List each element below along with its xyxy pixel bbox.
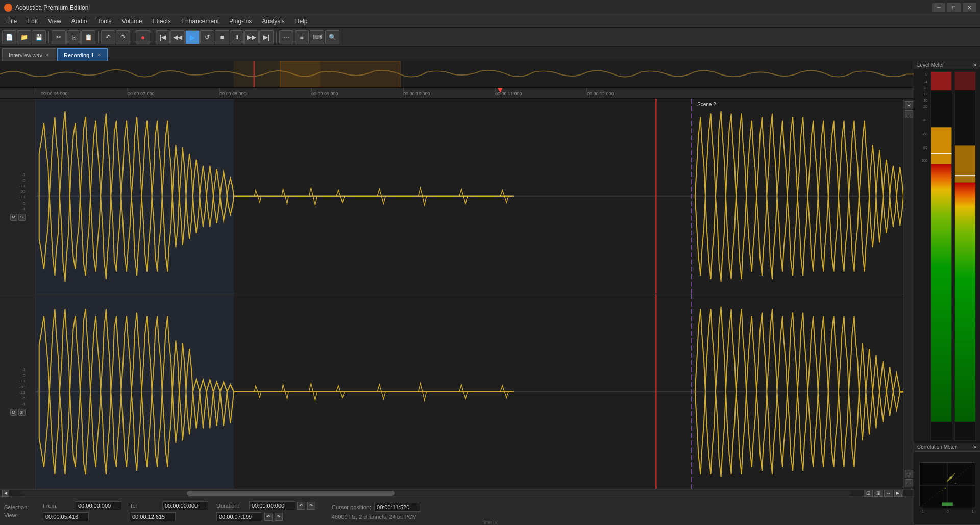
track1-mute[interactable]: M bbox=[10, 214, 17, 221]
app-title: Acoustica Premium Edition bbox=[15, 4, 932, 11]
redo-button[interactable]: ↷ bbox=[116, 30, 130, 44]
sep-1 bbox=[48, 31, 49, 43]
menu-file[interactable]: File bbox=[2, 15, 22, 27]
cursor-input[interactable] bbox=[374, 503, 420, 512]
menu-view[interactable]: View bbox=[43, 15, 66, 27]
save-button[interactable]: 💾 bbox=[32, 30, 46, 44]
corr-label-1: 1 bbox=[972, 509, 974, 514]
menu-volume[interactable]: Volume bbox=[117, 15, 148, 27]
track-2[interactable] bbox=[36, 294, 903, 490]
stop-button[interactable]: ■ bbox=[215, 30, 229, 44]
menu-enhancement[interactable]: Enhancement bbox=[176, 15, 224, 27]
tab-recording-close[interactable]: ✕ bbox=[97, 52, 101, 58]
cut-button[interactable]: ✂ bbox=[52, 30, 66, 44]
correlation-close[interactable]: ✕ bbox=[973, 444, 977, 450]
correlation-svg bbox=[920, 463, 975, 508]
zoom-all-button[interactable]: ⊡ bbox=[864, 490, 873, 497]
correlation-display bbox=[919, 462, 975, 508]
right-meter-svg bbox=[955, 72, 976, 440]
paste-button[interactable]: 📋 bbox=[81, 30, 95, 44]
go-end-button[interactable]: ▶| bbox=[259, 30, 274, 44]
tab-interview[interactable]: Interview.wav ✕ bbox=[2, 48, 56, 61]
search-button[interactable]: 🔍 bbox=[325, 30, 339, 44]
tab-recording[interactable]: Recording 1 ✕ bbox=[57, 48, 108, 61]
menu-effects[interactable]: Effects bbox=[148, 15, 176, 27]
scroll-thumb[interactable] bbox=[187, 491, 395, 496]
view-start-input[interactable] bbox=[43, 512, 89, 521]
right-panels: Level Meter ✕ 0 -4 -8 -12 -16 -20 -40 -6… bbox=[914, 61, 980, 525]
redo-sel-button[interactable]: ↷ bbox=[307, 502, 315, 510]
tab-interview-close[interactable]: ✕ bbox=[45, 52, 50, 58]
mix-button[interactable]: ⋯ bbox=[279, 30, 293, 44]
rewind-button[interactable]: ◀◀ bbox=[170, 30, 185, 44]
svg-point-61 bbox=[944, 488, 946, 489]
minimize-button[interactable]: ─ bbox=[932, 3, 945, 12]
go-start-button[interactable]: |◀ bbox=[156, 30, 170, 44]
from-input[interactable] bbox=[76, 501, 121, 510]
menu-tools[interactable]: Tools bbox=[92, 15, 117, 27]
undo-view-button[interactable]: ↶ bbox=[264, 513, 273, 521]
level-meter-title: Level Meter bbox=[917, 62, 944, 68]
cursor-label: Cursor position: bbox=[332, 504, 371, 510]
corr-label-0: 0 bbox=[947, 509, 949, 514]
zoom-fit-button[interactable]: ↔ bbox=[884, 490, 893, 497]
svg-rect-23 bbox=[36, 99, 234, 294]
to-label: To: bbox=[130, 503, 160, 509]
scroll-track[interactable] bbox=[20, 491, 851, 496]
ffwd-button[interactable]: ▶▶ bbox=[244, 30, 259, 44]
level-meter-close[interactable]: ✕ bbox=[973, 62, 977, 68]
overview-wave-svg bbox=[0, 61, 914, 87]
copy-button[interactable]: ⎘ bbox=[66, 30, 81, 44]
pause-button[interactable]: ⏸ bbox=[230, 30, 244, 44]
menu-plugins[interactable]: Plug-Ins bbox=[224, 15, 257, 27]
close-button[interactable]: ✕ bbox=[963, 3, 976, 12]
zoom-out-button[interactable]: - bbox=[905, 110, 913, 118]
zoom-in-button[interactable]: + bbox=[905, 101, 913, 109]
zoom-vert-in-button[interactable]: + bbox=[905, 470, 913, 478]
tracks-main[interactable]: Retake bbox=[36, 99, 903, 489]
sample-info: 48000 Hz, 2 channels, 24 bit PCM bbox=[332, 514, 417, 520]
undo-button[interactable]: ↶ bbox=[101, 30, 115, 44]
svg-text:00:00:12:000: 00:00:12:000 bbox=[587, 91, 614, 96]
undo-sel-button[interactable]: ↶ bbox=[297, 502, 305, 510]
svg-rect-38 bbox=[955, 145, 976, 182]
title-bar: Acoustica Premium Edition ─ □ ✕ bbox=[0, 0, 980, 15]
track1-wave-svg bbox=[36, 99, 903, 294]
track-1[interactable]: Retake bbox=[36, 99, 903, 294]
menu-audio[interactable]: Audio bbox=[66, 15, 92, 27]
keyboard-button[interactable]: ⌨ bbox=[310, 30, 324, 44]
svg-point-54 bbox=[949, 478, 950, 480]
overview-waveform[interactable] bbox=[0, 61, 914, 88]
tab-interview-label: Interview.wav bbox=[9, 52, 42, 58]
h-scrollbar[interactable]: ◀ ▶ ⊡ ⊞ ↔ 🔧 bbox=[0, 489, 914, 496]
track-control-2: -1-5-11-00-11-5-1 M S bbox=[0, 294, 35, 490]
menu-help[interactable]: Help bbox=[290, 15, 313, 27]
new-button[interactable]: 📄 bbox=[2, 30, 16, 44]
play-button[interactable]: ▶ bbox=[185, 30, 200, 44]
svg-rect-34 bbox=[931, 127, 952, 164]
record-button[interactable]: ● bbox=[136, 30, 150, 44]
view-dur-input[interactable] bbox=[216, 512, 262, 521]
tab-bar: Interview.wav ✕ Recording 1 ✕ bbox=[0, 47, 980, 61]
menu-edit[interactable]: Edit bbox=[22, 15, 43, 27]
track1-solo[interactable]: S bbox=[18, 214, 26, 221]
svg-text:00:00:07:000: 00:00:07:000 bbox=[128, 91, 155, 96]
duration-input[interactable] bbox=[249, 501, 295, 510]
list-button[interactable]: ≡ bbox=[295, 30, 309, 44]
track2-mute[interactable]: M bbox=[10, 409, 17, 416]
redo-view-button[interactable]: ↷ bbox=[275, 513, 283, 521]
restore-button[interactable]: □ bbox=[947, 3, 961, 12]
to-input[interactable] bbox=[162, 501, 208, 510]
view-end-input[interactable] bbox=[130, 512, 176, 521]
svg-text:00:00:11:000: 00:00:11:000 bbox=[495, 91, 522, 96]
svg-rect-33 bbox=[931, 164, 952, 422]
undo-tools: ↶ ↷ bbox=[101, 30, 130, 44]
scroll-right-button[interactable]: ▶ bbox=[894, 490, 901, 497]
loop-button[interactable]: ↺ bbox=[200, 30, 214, 44]
track2-solo[interactable]: S bbox=[18, 409, 26, 416]
scroll-left-button[interactable]: ◀ bbox=[2, 490, 9, 497]
menu-analysis[interactable]: Analysis bbox=[257, 15, 290, 27]
zoom-vert-out-button[interactable]: - bbox=[905, 479, 913, 487]
open-button[interactable]: 📁 bbox=[17, 30, 31, 44]
zoom-sel-button[interactable]: ⊞ bbox=[874, 490, 883, 497]
